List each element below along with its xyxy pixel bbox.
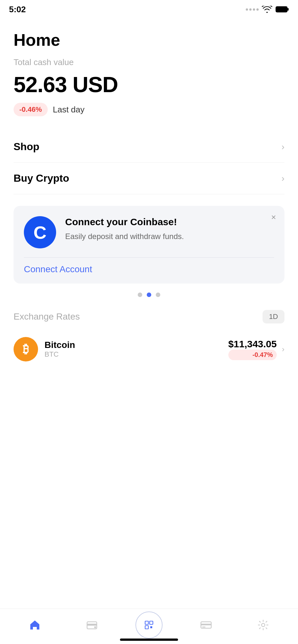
total-cash-label: Total cash value — [14, 57, 284, 67]
card-title: Connect your Coinbase! — [65, 216, 274, 228]
coinbase-logo: C — [24, 216, 56, 248]
pagination-dot-1[interactable] — [138, 293, 142, 297]
shop-chevron-icon: › — [282, 142, 284, 152]
total-cash-value: 52.63 USD — [14, 72, 284, 97]
nav-home[interactable] — [22, 619, 48, 631]
svg-rect-8 — [150, 626, 152, 628]
signal-icon — [246, 8, 259, 11]
wifi-icon — [262, 6, 272, 13]
pagination-dot-3[interactable] — [156, 293, 160, 297]
bitcoin-icon: ₿ — [14, 337, 38, 361]
svg-rect-3 — [87, 624, 97, 626]
bitcoin-change-badge: -0.47% — [228, 350, 277, 360]
bitcoin-price: $11,343.05 — [228, 339, 277, 350]
nav-scan[interactable] — [136, 611, 162, 639]
svg-rect-11 — [202, 627, 205, 628]
status-bar: 5:02 — [0, 0, 298, 17]
svg-rect-6 — [150, 621, 153, 624]
card-text-content: Connect your Coinbase! Easily deposit an… — [65, 216, 274, 242]
card-description: Easily deposit and withdraw funds. — [65, 231, 274, 242]
bitcoin-info: Bitcoin BTC — [45, 340, 222, 359]
svg-rect-7 — [145, 626, 148, 629]
exchange-rates-title: Exchange Rates — [14, 312, 80, 322]
bitcoin-symbol: BTC — [45, 350, 222, 359]
status-time: 5:02 — [9, 5, 26, 14]
shop-menu-item[interactable]: Shop › — [14, 131, 284, 163]
buy-crypto-label: Buy Crypto — [14, 172, 69, 184]
bitcoin-icon-letter: ₿ — [23, 342, 29, 356]
pagination-dot-2[interactable] — [147, 293, 151, 297]
nav-wallet[interactable] — [79, 619, 105, 631]
nav-settings[interactable] — [250, 619, 276, 631]
close-icon[interactable]: × — [271, 213, 276, 221]
coinbase-logo-letter: C — [34, 222, 46, 243]
bitcoin-price-section: $11,343.05 -0.47% › — [228, 339, 284, 360]
main-content: Home Total cash value 52.63 USD -0.46% L… — [0, 17, 298, 297]
nav-card[interactable] — [193, 619, 219, 631]
exchange-section: Exchange Rates 1D ₿ Bitcoin BTC $11,343.… — [0, 310, 298, 367]
change-period: Last day — [53, 105, 84, 115]
svg-rect-10 — [201, 624, 211, 625]
svg-rect-5 — [145, 621, 148, 624]
status-icons — [246, 6, 289, 13]
coinbase-card: × C Connect your Coinbase! Easily deposi… — [14, 206, 284, 284]
pagination-dots — [14, 293, 284, 297]
connect-account-link[interactable]: Connect Account — [24, 264, 92, 274]
scan-wrapper — [135, 611, 163, 639]
bitcoin-name: Bitcoin — [45, 340, 222, 350]
bitcoin-row[interactable]: ₿ Bitcoin BTC $11,343.05 -0.47% › — [14, 331, 284, 367]
home-indicator — [120, 639, 178, 641]
timeframe-badge[interactable]: 1D — [263, 310, 284, 323]
page-title: Home — [14, 30, 284, 50]
exchange-header: Exchange Rates 1D — [14, 310, 284, 323]
bitcoin-chevron-icon: › — [282, 345, 284, 354]
card-divider — [24, 257, 274, 258]
change-row: -0.46% Last day — [14, 103, 284, 116]
battery-icon — [275, 6, 289, 13]
buy-crypto-chevron-icon: › — [282, 173, 284, 184]
buy-crypto-menu-item[interactable]: Buy Crypto › — [14, 163, 284, 194]
change-badge: -0.46% — [14, 103, 48, 116]
svg-point-12 — [262, 623, 265, 627]
svg-rect-0 — [276, 6, 287, 12]
card-body: C Connect your Coinbase! Easily deposit … — [24, 216, 274, 248]
svg-rect-1 — [287, 8, 289, 11]
svg-point-4 — [94, 626, 96, 628]
shop-label: Shop — [14, 141, 39, 153]
